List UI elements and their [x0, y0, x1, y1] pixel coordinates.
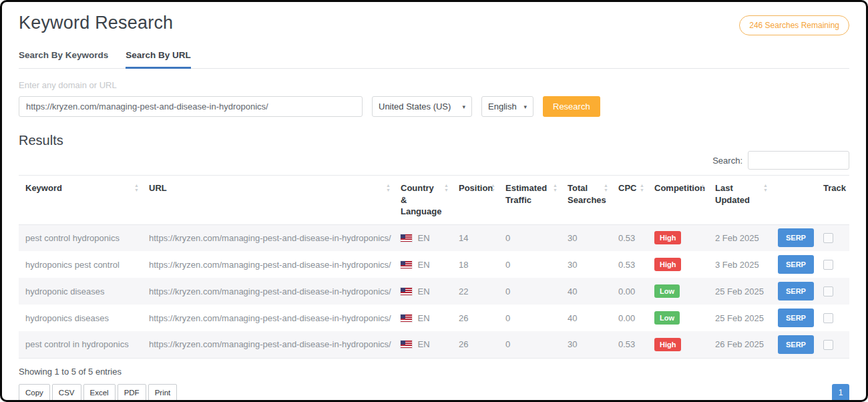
- column-header-last-updated[interactable]: Last Updated▲▼: [708, 176, 771, 225]
- last-updated-cell: 2 Feb 2025: [708, 224, 771, 251]
- country-language-cell: EN: [394, 251, 452, 278]
- serp-button[interactable]: SERP: [778, 282, 814, 300]
- estimated-traffic-cell: 0: [499, 331, 561, 358]
- serp-button[interactable]: SERP: [778, 309, 814, 327]
- export-button-pdf[interactable]: PDF: [118, 384, 146, 401]
- total-searches-cell: 30: [561, 224, 612, 251]
- country-language-cell: EN: [394, 305, 452, 331]
- track-cell: [817, 251, 849, 278]
- sort-icon[interactable]: ▲▼: [700, 184, 705, 192]
- export-button-print[interactable]: Print: [148, 384, 178, 401]
- serp-button[interactable]: SERP: [778, 255, 814, 274]
- keyword-cell: hydroponics pest control: [19, 251, 142, 278]
- sort-icon[interactable]: ▲▼: [763, 184, 768, 192]
- track-cell: [817, 224, 849, 251]
- competition-cell: High: [648, 331, 708, 358]
- column-header-label: CPC: [618, 183, 636, 193]
- last-updated-cell: 26 Feb 2025: [708, 331, 771, 358]
- serp-cell: SERP: [771, 224, 817, 251]
- export-button-excel[interactable]: Excel: [83, 384, 116, 401]
- track-cell: [817, 278, 849, 305]
- track-checkbox[interactable]: [823, 233, 833, 243]
- country-language-cell: EN: [394, 224, 452, 251]
- us-flag-icon: [401, 234, 412, 242]
- table-row: hydroponics pest controlhttps://kryzen.c…: [19, 251, 849, 278]
- sort-icon[interactable]: ▲▼: [604, 184, 608, 192]
- track-checkbox[interactable]: [823, 313, 833, 323]
- country-select-value: United States (US): [379, 102, 451, 112]
- column-header-country-language[interactable]: Country & Language▲▼: [394, 176, 452, 225]
- keyword-cell: pest control hydroponics: [19, 224, 142, 251]
- tab-bar: Search By Keywords Search By URL: [19, 50, 849, 69]
- us-flag-icon: [401, 261, 412, 268]
- country-select[interactable]: United States (US) ▾: [372, 96, 472, 117]
- estimated-traffic-cell: 0: [499, 251, 561, 278]
- sort-icon[interactable]: ▲▼: [553, 184, 558, 192]
- track-checkbox[interactable]: [823, 340, 833, 350]
- page-title: Keyword Research: [19, 13, 173, 33]
- column-header-competition[interactable]: Competition▲▼: [648, 176, 708, 225]
- country-language-cell: EN: [394, 331, 452, 358]
- serp-cell: SERP: [771, 305, 817, 331]
- position-cell: 18: [452, 251, 499, 278]
- column-header-position[interactable]: Position▲▼: [452, 176, 499, 225]
- column-header-cpc[interactable]: CPC▲▼: [612, 176, 648, 225]
- language-select[interactable]: English ▾: [481, 96, 533, 117]
- total-searches-cell: 30: [561, 331, 612, 358]
- column-header-serp: [771, 176, 817, 225]
- export-button-copy[interactable]: Copy: [19, 384, 50, 401]
- cpc-cell: 0.53: [612, 224, 648, 251]
- sort-icon[interactable]: ▲▼: [444, 184, 449, 192]
- competition-cell: Low: [648, 278, 708, 305]
- sort-icon[interactable]: ▲▼: [491, 184, 495, 192]
- track-cell: [817, 305, 849, 331]
- table-search-label: Search:: [712, 156, 742, 166]
- column-header-keyword[interactable]: Keyword▲▼: [19, 176, 142, 225]
- competition-cell: Low: [648, 305, 708, 331]
- track-checkbox[interactable]: [823, 260, 833, 270]
- column-header-estimated-traffic[interactable]: Estimated Traffic▲▼: [499, 176, 561, 225]
- column-header-label: Country & Language: [401, 183, 441, 216]
- us-flag-icon: [401, 341, 412, 348]
- url-cell: https://kryzen.com/managing-pest-and-dis…: [142, 224, 394, 251]
- column-header-url[interactable]: URL▲▼: [142, 176, 394, 225]
- country-language-cell: EN: [394, 278, 452, 305]
- tab-search-by-url[interactable]: Search By URL: [126, 50, 191, 69]
- column-header-total-searches[interactable]: Total Searches▲▼: [561, 176, 612, 225]
- table-row: pest control hydroponicshttps://kryzen.c…: [19, 224, 849, 251]
- sort-icon[interactable]: ▲▼: [640, 184, 644, 192]
- serp-button[interactable]: SERP: [778, 228, 814, 247]
- pagination-page-1[interactable]: 1: [832, 384, 849, 401]
- url-cell: https://kryzen.com/managing-pest-and-dis…: [142, 251, 394, 278]
- column-header-label: URL: [149, 183, 167, 193]
- sort-icon[interactable]: ▲▼: [134, 184, 139, 192]
- sort-icon[interactable]: ▲▼: [386, 184, 391, 192]
- total-searches-cell: 40: [561, 278, 612, 305]
- entries-summary: Showing 1 to 5 of 5 entries: [19, 367, 177, 377]
- table-search-input[interactable]: [748, 151, 849, 170]
- total-searches-cell: 40: [561, 305, 612, 331]
- position-cell: 14: [452, 224, 499, 251]
- last-updated-cell: 3 Feb 2025: [708, 251, 771, 278]
- track-checkbox[interactable]: [823, 286, 833, 296]
- tab-search-by-keywords[interactable]: Search By Keywords: [19, 50, 108, 69]
- url-cell: https://kryzen.com/managing-pest-and-dis…: [142, 278, 394, 305]
- research-button[interactable]: Research: [543, 96, 600, 117]
- search-form: United States (US) ▾ English ▾ Research: [19, 96, 849, 117]
- column-header-track: Track: [817, 176, 849, 225]
- export-button-csv[interactable]: CSV: [52, 384, 81, 401]
- chevron-down-icon: ▾: [523, 104, 527, 110]
- export-button-group: CopyCSVExcelPDFPrint: [19, 384, 177, 401]
- serp-cell: SERP: [771, 278, 817, 305]
- results-heading: Results: [19, 133, 849, 148]
- url-input[interactable]: [19, 96, 363, 117]
- table-search: Search:: [19, 151, 849, 170]
- results-table: Keyword▲▼URL▲▼Country & Language▲▼Positi…: [19, 175, 849, 359]
- position-cell: 26: [452, 305, 499, 331]
- competition-badge: High: [654, 338, 681, 351]
- serp-button[interactable]: SERP: [778, 335, 814, 354]
- competition-cell: High: [648, 251, 708, 278]
- serp-cell: SERP: [771, 331, 817, 358]
- keyword-cell: hydroponics diseases: [19, 305, 142, 331]
- competition-cell: High: [648, 224, 708, 251]
